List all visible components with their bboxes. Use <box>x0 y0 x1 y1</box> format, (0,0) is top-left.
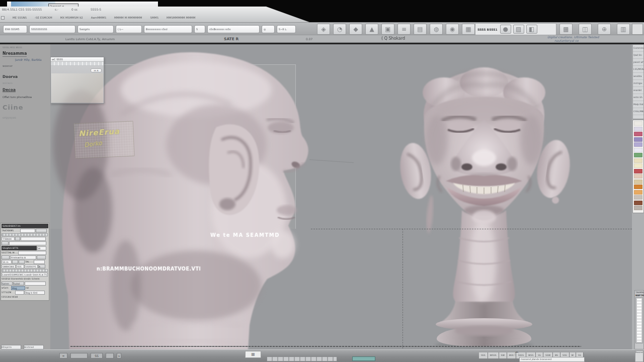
toolbar-tool-button[interactable]: ◈ <box>317 24 330 35</box>
toolbar-field[interactable]: ( L— <box>116 25 142 33</box>
menu-item[interactable]: MMMM M MMMMMM <box>114 16 142 19</box>
panel-fld[interactable]: M <box>37 246 46 250</box>
toolbar-tool-button[interactable]: ◧ <box>526 25 537 34</box>
sidebar-item-b[interactable]: Decoa <box>3 87 16 92</box>
toolbar-tool-button[interactable]: ◉ <box>446 24 459 35</box>
toolbar-tool-button[interactable]: ◆ <box>349 24 362 35</box>
material-swatch[interactable] <box>634 169 642 173</box>
right-panel-row[interactable]: sstm.Sh <box>633 94 643 101</box>
material-swatch[interactable] <box>634 163 642 168</box>
panel-fld[interactable]: SSEGSYS <box>25 264 38 268</box>
material-swatch[interactable] <box>634 148 642 152</box>
panel-btn[interactable] <box>37 255 46 259</box>
statusbar-widget[interactable]: ≈ <box>59 353 67 358</box>
sidebar-item-a[interactable]: Doorva <box>3 74 18 79</box>
material-swatch[interactable] <box>634 137 642 142</box>
panel-fld[interactable] <box>9 241 46 245</box>
floating-mini-panel[interactable]: wC SSSS ss A <box>50 57 104 104</box>
toolbar-field[interactable]: SSSSSSSSSS <box>29 25 75 33</box>
toolbar-tool-button[interactable]: ▨ <box>513 25 524 34</box>
right-panel-row[interactable]: LSS/MSW <box>633 66 643 73</box>
panel-fld[interactable]: Frretswrtra A <box>10 255 36 259</box>
material-swatch[interactable] <box>634 158 642 163</box>
toolbar-field[interactable]: EN9 SSSM5 <box>3 25 27 33</box>
statusbar-widget[interactable] <box>70 353 88 358</box>
sculpt-canvas[interactable] <box>50 44 632 349</box>
toolbar-tool-button[interactable]: ◍ <box>430 24 443 35</box>
panel-btn[interactable] <box>2 255 10 259</box>
panel-fld[interactable] <box>20 229 35 233</box>
panel-btn[interactable] <box>36 229 47 233</box>
material-swatch[interactable] <box>634 206 642 210</box>
toolbar-tool-button[interactable]: ▲ <box>365 24 378 35</box>
toolbar-tool-button[interactable]: ≡ <box>397 24 411 35</box>
panel-btn[interactable] <box>15 237 20 241</box>
toolbar-tool-button[interactable]: ▥ <box>617 24 630 35</box>
toolbar-tool-button[interactable]: ◔ <box>333 24 346 35</box>
toolbar-field[interactable]: ◎ <box>262 25 275 33</box>
panel-fld[interactable]: SS m <box>2 260 12 264</box>
sculpt-viewport[interactable]: NireErua Dorko We te MA SEAMTMD n:BRAMMB… <box>50 44 632 349</box>
statusbar-segmented-strip[interactable] <box>267 356 337 361</box>
document-preview[interactable] <box>635 297 643 343</box>
menu-item[interactable]: -SE ESMCKM <box>35 16 52 19</box>
panel-btn[interactable]: A <box>38 264 45 268</box>
sidebar-date-link[interactable]: Jandr Hily, Barbta <box>15 58 42 61</box>
right-panel-row[interactable]: Commmm <box>633 45 643 52</box>
toolbar-tool-button[interactable]: ▤ <box>414 24 427 35</box>
toolbar-field[interactable]: sSsBsssssss ssSs <box>207 25 260 33</box>
material-swatch[interactable] <box>634 127 642 131</box>
menu-item[interactable]: SMMS <box>150 16 158 19</box>
panel-fld[interactable] <box>21 237 46 241</box>
panel-fld[interactable] <box>15 291 24 295</box>
toolbar-tool-button[interactable]: ● <box>500 25 511 34</box>
material-swatch[interactable] <box>634 121 642 126</box>
panel-btn[interactable] <box>2 241 9 245</box>
panel-btn[interactable] <box>19 260 25 264</box>
right-panel-row[interactable]: ssardel <box>633 87 643 94</box>
toolbar-tool-button[interactable]: ⊕ <box>598 24 611 35</box>
material-swatch[interactable] <box>634 174 642 178</box>
floating-panel-badge[interactable]: ss A <box>91 68 102 72</box>
statusbar-corner-box[interactable]: Rossmmm <box>635 350 643 362</box>
statusbar-teal-field[interactable] <box>352 356 375 361</box>
subbar-search-label[interactable]: ( Q Shokard <box>381 36 405 41</box>
material-swatch[interactable] <box>634 179 642 184</box>
statusbar-widget[interactable] <box>106 353 114 358</box>
sidebar-footer-box[interactable]: Klhsprrm <box>1 345 21 349</box>
toolbar-field[interactable]: S~8 L. <box>277 25 296 33</box>
sidebar-subitem[interactable]: woxner <box>3 64 13 67</box>
menu-item[interactable]: ME SSSNS <box>13 16 27 19</box>
toolbar-field[interactable]: Swzgzts <box>77 25 114 33</box>
right-panel-row[interactable]: woobta <box>633 73 643 80</box>
sidebar-big-item[interactable]: Ciine <box>3 104 24 111</box>
subbar-mode-label[interactable]: SATE R <box>224 37 238 41</box>
material-swatch[interactable] <box>634 153 642 157</box>
statusbar-widget[interactable]: SS <box>91 353 103 358</box>
menu-item[interactable]: MX MSMMSM 92 <box>60 16 83 19</box>
right-panel-row[interactable]: CSSL/MB <box>633 108 643 115</box>
material-swatch[interactable] <box>634 132 642 136</box>
menu-item[interactable]: AamMMMS <box>91 16 106 19</box>
statusbar-widget[interactable]: s <box>117 353 121 358</box>
menu-item[interactable]: MMSMMMMM MMMM <box>167 16 195 19</box>
panel-sld[interactable] <box>2 269 48 272</box>
floating-panel-toolbar[interactable] <box>51 62 104 66</box>
panel-fld[interactable]: SWBtCWd <box>2 264 16 268</box>
panel-btn[interactable]: Subol <box>13 282 24 286</box>
right-panel-row[interactable]: mrrnga- <box>633 80 643 87</box>
floating-panel-title[interactable]: wC SSSS <box>51 57 104 62</box>
menu-corner-icon[interactable] <box>1 16 5 20</box>
toolbar-tool-button[interactable]: ▦ <box>462 24 475 35</box>
right-bottom-panel[interactable]: TAAMW BBPTB <box>634 290 644 349</box>
panel-fld[interactable]: Lvwrst5SOMSCWC n.wvdr Sssm K.w TSTS Wu <box>2 273 48 277</box>
toolbar-far-button[interactable] <box>632 24 643 35</box>
material-swatch[interactable] <box>634 195 642 200</box>
right-panel-row[interactable]: paoot wh <box>633 59 643 66</box>
right-panel-row[interactable]: Malp tlat <box>633 101 643 108</box>
toolbar-field[interactable]: Bssssssssss sSsd <box>144 25 192 33</box>
panel-fld[interactable] <box>34 260 45 264</box>
sidebar-footer-box[interactable]: Bnrtmsd <box>24 345 44 349</box>
material-swatch[interactable] <box>634 201 642 205</box>
toolbar-tool-button[interactable]: ▩ <box>559 24 573 35</box>
